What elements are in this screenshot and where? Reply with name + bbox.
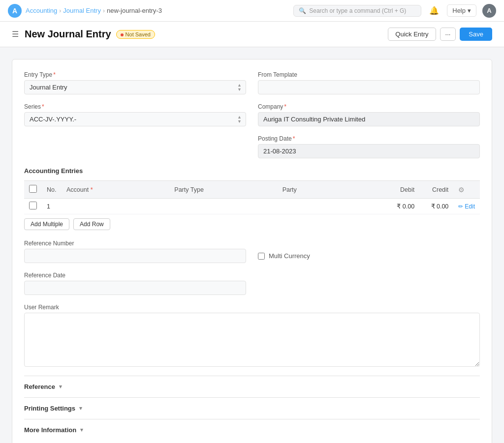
search-icon: 🔍 — [299, 7, 306, 14]
breadcrumb-journal-entry[interactable]: Journal Entry — [63, 7, 101, 14]
from-template-label: From Template — [258, 71, 480, 78]
multi-currency-label: Multi Currency — [269, 252, 310, 260]
reference-number-input[interactable] — [24, 249, 246, 263]
posting-date-group: Posting Date* 21-08-2023 — [258, 135, 480, 158]
posting-date-label: Posting Date* — [258, 135, 480, 142]
row-edit-link[interactable]: ✏ Edit — [458, 203, 475, 210]
from-template-group: From Template — [258, 71, 480, 94]
col-party: Party — [278, 181, 385, 199]
reference-section-label: Reference — [24, 383, 55, 390]
col-credit: Credit — [419, 181, 453, 199]
reference-section[interactable]: Reference ▾ — [24, 376, 480, 397]
printing-settings-chevron-icon: ▾ — [79, 405, 82, 412]
notification-button[interactable]: 🔔 — [427, 4, 441, 17]
more-information-section-label: More Information — [24, 426, 76, 434]
entry-type-select-wrapper[interactable]: Journal Entry ▲▼ — [24, 80, 246, 94]
col-no: No. — [42, 181, 62, 199]
page-title: New Journal Entry — [25, 29, 111, 40]
help-label: Help — [452, 7, 466, 14]
more-information-chevron-icon: ▾ — [80, 427, 83, 433]
col-party-type: Party Type — [169, 181, 277, 199]
topnav-right: 🔍 Search or type a command (Ctrl + G) 🔔 … — [293, 4, 496, 18]
search-placeholder: Search or type a command (Ctrl + G) — [309, 7, 406, 14]
select-all-checkbox[interactable] — [29, 185, 37, 193]
more-button[interactable]: ··· — [440, 28, 456, 41]
multi-currency-checkbox-label[interactable]: Multi Currency — [258, 252, 310, 260]
table-actions: Add Multiple Add Row — [24, 218, 480, 230]
user-remark-label: User Remark — [24, 304, 480, 311]
status-badge: Not Saved — [116, 30, 155, 38]
add-multiple-button[interactable]: Add Multiple — [24, 218, 69, 230]
add-row-button[interactable]: Add Row — [73, 218, 110, 230]
multi-currency-checkbox[interactable] — [258, 253, 265, 260]
header-actions: Quick Entry ··· Save — [388, 28, 492, 41]
printing-settings-collapse-header[interactable]: Printing Settings ▾ — [24, 405, 480, 412]
help-chevron-icon: ▾ — [468, 7, 471, 14]
breadcrumb: Accounting › Journal Entry › new-journal… — [26, 7, 162, 14]
accounting-entries-section-title: Accounting Entries — [24, 167, 480, 175]
reference-date-input[interactable] — [24, 281, 246, 295]
save-button[interactable]: Save — [460, 28, 492, 41]
reference-date-group: Reference Date — [24, 272, 246, 295]
company-value: Auriga IT Consulting Private Limited — [258, 112, 480, 126]
entry-type-select[interactable]: Journal Entry — [25, 81, 246, 94]
search-bar[interactable]: 🔍 Search or type a command (Ctrl + G) — [293, 5, 421, 17]
breadcrumb-sep-1: › — [59, 7, 61, 14]
more-information-section[interactable]: More Information ▾ — [24, 419, 480, 441]
row-debit: ₹ 0.00 — [385, 199, 419, 214]
form-card: Entry Type* Journal Entry ▲▼ From Templa… — [12, 59, 492, 443]
printing-settings-section-label: Printing Settings — [24, 405, 75, 412]
user-remark-textarea[interactable] — [24, 313, 480, 367]
series-label: Series* — [24, 103, 246, 110]
row-party-type-input[interactable] — [174, 203, 272, 210]
edit-icon: ✏ — [458, 203, 463, 210]
main-content: Entry Type* Journal Entry ▲▼ From Templa… — [0, 47, 504, 443]
reference-date-label: Reference Date — [24, 272, 246, 279]
form-row-series-company: Series* ACC-JV-.YYYY.- ▲▼ Company* Aurig… — [24, 103, 480, 126]
reference-collapse-header[interactable]: Reference ▾ — [24, 383, 480, 390]
row-party-input[interactable] — [283, 203, 380, 210]
form-row-posting-date: Posting Date* 21-08-2023 — [24, 135, 480, 158]
col-account: Account — [62, 181, 169, 199]
row-account-input[interactable] — [66, 203, 164, 210]
page-header: ☰ New Journal Entry Not Saved Quick Entr… — [0, 22, 504, 47]
reference-number-label: Reference Number — [24, 240, 246, 247]
company-group: Company* Auriga IT Consulting Private Li… — [258, 103, 480, 126]
form-row-entry-template: Entry Type* Journal Entry ▲▼ From Templa… — [24, 71, 480, 94]
help-button[interactable]: Help ▾ — [447, 4, 476, 17]
menu-icon[interactable]: ☰ — [12, 30, 19, 39]
row-checkbox[interactable] — [29, 202, 37, 209]
row-credit: ₹ 0.00 — [419, 199, 453, 214]
reference-date-row: Reference Date — [24, 272, 480, 295]
reference-number-row: Reference Number Multi Currency — [24, 240, 480, 263]
quick-entry-button[interactable]: Quick Entry — [388, 28, 436, 41]
printing-settings-section[interactable]: Printing Settings ▾ — [24, 397, 480, 419]
table-row: 1 ₹ 0.00 ₹ 0.00 ✏ Edit — [24, 199, 480, 214]
more-information-collapse-header[interactable]: More Information ▾ — [24, 426, 480, 434]
breadcrumb-accounting[interactable]: Accounting — [26, 7, 57, 14]
table-settings-icon[interactable]: ⚙ — [458, 186, 465, 194]
entry-type-label: Entry Type* — [24, 71, 246, 78]
entry-type-group: Entry Type* Journal Entry ▲▼ — [24, 71, 246, 94]
app-logo: A — [8, 4, 22, 18]
status-dot — [121, 33, 124, 36]
not-saved-badge: Not Saved — [116, 30, 155, 39]
reference-chevron-icon: ▾ — [59, 384, 62, 390]
series-group: Series* ACC-JV-.YYYY.- ▲▼ — [24, 103, 246, 126]
breadcrumb-current: new-journal-entry-3 — [107, 7, 162, 14]
reference-number-group: Reference Number — [24, 240, 246, 263]
user-remark-group: User Remark — [24, 304, 480, 367]
avatar[interactable]: A — [482, 4, 496, 18]
topnav: A Accounting › Journal Entry › new-journ… — [0, 0, 504, 22]
from-template-input[interactable] — [258, 80, 480, 94]
breadcrumb-sep-2: › — [103, 7, 105, 14]
series-select-wrapper[interactable]: ACC-JV-.YYYY.- ▲▼ — [24, 112, 246, 126]
company-label: Company* — [258, 103, 480, 110]
row-no: 1 — [42, 199, 62, 214]
col-debit: Debit — [385, 181, 419, 199]
series-select[interactable]: ACC-JV-.YYYY.- — [25, 113, 246, 126]
posting-date-value: 21-08-2023 — [258, 144, 480, 158]
accounting-entries-table: No. Account Party Type Party Debit Credi… — [24, 180, 480, 214]
